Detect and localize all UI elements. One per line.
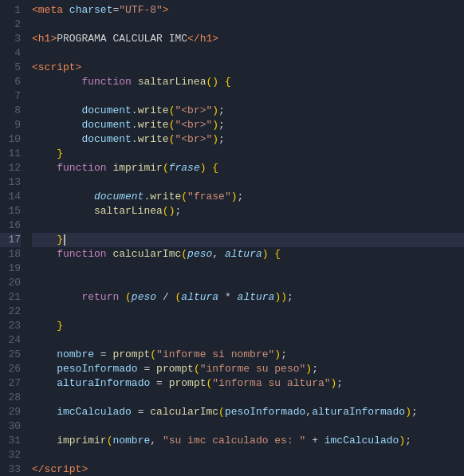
line-num-33: 33 — [0, 462, 21, 476]
code-line-4 — [32, 46, 464, 61]
line-num-19: 19 — [0, 262, 21, 276]
code-line-21: return (peso / (altura * altura)); — [32, 290, 464, 305]
code-line-15: saltarLinea(); — [32, 204, 464, 218]
line-num-25: 25 — [0, 348, 21, 362]
line-num-11: 11 — [0, 147, 21, 161]
line-num-12: 12 — [0, 161, 21, 175]
line-num-16: 16 — [0, 218, 21, 233]
line-num-32: 32 — [0, 448, 21, 462]
code-line-23: } — [32, 319, 464, 333]
code-line-27: alturaInformado = prompt("informa su alt… — [32, 376, 464, 391]
code-line-1: <meta charset="UTF-8"> — [32, 3, 464, 18]
code-line-28 — [32, 391, 464, 405]
line-num-9: 9 — [0, 118, 21, 132]
code-line-31: imprimir(nombre, "su imc calculado es: "… — [32, 434, 464, 448]
line-num-27: 27 — [0, 376, 21, 391]
line-num-14: 14 — [0, 190, 21, 204]
line-num-13: 13 — [0, 175, 21, 190]
line-num-29: 29 — [0, 405, 21, 419]
code-line-10: document.write("<br>"); — [32, 132, 464, 147]
line-num-23: 23 — [0, 319, 21, 333]
line-num-4: 4 — [0, 46, 21, 61]
line-numbers: 1 2 3 4 5 6 7 8 9 10 11 12 13 14 15 16 1… — [0, 3, 29, 476]
code-line-22 — [32, 305, 464, 319]
code-line-12: function imprimir(frase) { — [32, 161, 464, 175]
code-line-16 — [32, 218, 464, 233]
code-line-32 — [32, 448, 464, 462]
line-num-30: 30 — [0, 419, 21, 434]
line-num-10: 10 — [0, 132, 21, 147]
code-line-30 — [32, 419, 464, 434]
code-editor: 1 2 3 4 5 6 7 8 9 10 11 12 13 14 15 16 1… — [0, 0, 464, 476]
code-line-24 — [32, 333, 464, 348]
code-line-20 — [32, 276, 464, 290]
code-line-11: } — [32, 147, 464, 161]
line-num-28: 28 — [0, 391, 21, 405]
code-line-19 — [32, 262, 464, 276]
code-line-7 — [32, 89, 464, 104]
code-line-2 — [32, 18, 464, 32]
line-num-8: 8 — [0, 104, 21, 118]
code-line-18: function calcularImc(peso, altura) { — [32, 247, 464, 262]
code-line-26: pesoInformado = prompt("informe su peso"… — [32, 362, 464, 376]
line-num-21: 21 — [0, 290, 21, 305]
code-line-6: function saltarLinea() { — [32, 75, 464, 89]
line-num-31: 31 — [0, 434, 21, 448]
code-line-33: </script> — [32, 462, 464, 476]
code-line-14: document.write("frase"); — [32, 190, 464, 204]
line-num-5: 5 — [0, 61, 21, 75]
code-line-3: <h1>PROGRAMA CALCULAR IMC</h1> — [32, 32, 464, 46]
code-line-13 — [32, 175, 464, 190]
code-line-8: document.write("<br>"); — [32, 104, 464, 118]
line-num-3: 3 — [0, 32, 21, 46]
line-num-15: 15 — [0, 204, 21, 218]
code-line-25: nombre = prompt("informe si nombre"); — [32, 348, 464, 362]
code-line-29: imcCalculado = calcularImc(pesoInformado… — [32, 405, 464, 419]
code-line-9: document.write("<br>"); — [32, 118, 464, 132]
line-num-26: 26 — [0, 362, 21, 376]
line-num-18: 18 — [0, 247, 21, 262]
line-num-17: 17 — [0, 233, 21, 247]
line-num-22: 22 — [0, 305, 21, 319]
code-line-17: } — [32, 233, 464, 247]
line-num-20: 20 — [0, 276, 21, 290]
line-num-2: 2 — [0, 18, 21, 32]
line-num-1: 1 — [0, 3, 21, 18]
line-num-7: 7 — [0, 89, 21, 104]
line-num-24: 24 — [0, 333, 21, 348]
code-line-5: <script> — [32, 61, 464, 75]
line-num-6: 6 — [0, 75, 21, 89]
code-content: <meta charset="UTF-8"> <h1>PROGRAMA CALC… — [29, 3, 464, 476]
